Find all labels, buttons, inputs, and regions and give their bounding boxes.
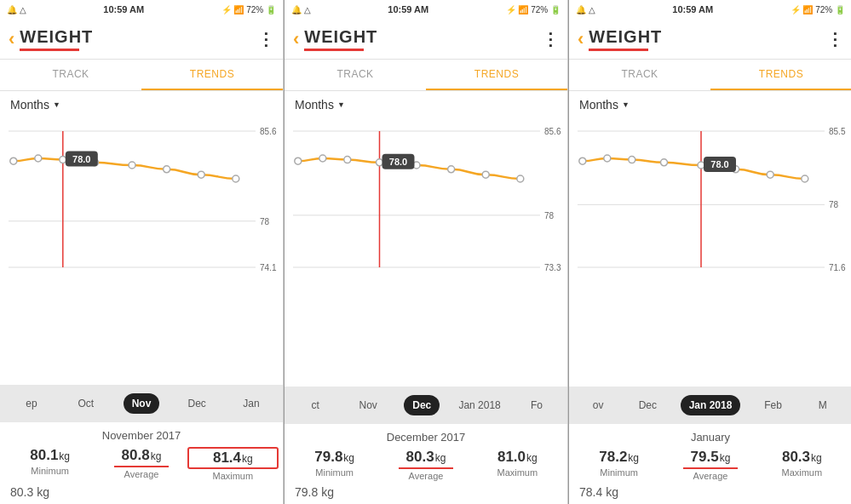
stat-label-2: Maximum — [472, 467, 563, 478]
stat-value-1: 80.8 — [122, 447, 150, 464]
app-title: WEIGHT — [304, 27, 377, 46]
svg-text:85.6: 85.6 — [544, 127, 561, 136]
svg-point-27 — [319, 155, 326, 162]
svg-point-50 — [767, 171, 773, 178]
tab-trends[interactable]: TRENDS — [710, 60, 851, 90]
status-right: ⚡ 📶 72% 🔋 — [221, 5, 276, 14]
svg-point-46 — [629, 157, 635, 163]
bottom-value: 79.8 kg — [285, 481, 567, 501]
stats-section: December 201779.8 kgMinimum80.3 kgAverag… — [285, 424, 567, 504]
status-right: ⚡ 📶 72% 🔋 — [791, 5, 845, 14]
stat-label-1: Average — [95, 469, 187, 479]
svg-point-33 — [517, 175, 524, 182]
svg-text:78: 78 — [829, 200, 839, 209]
phone-panel-1: 🔔 △ 10:59 AM ⚡ 📶 72% 🔋 ‹ WEIGHT ⋮ TRACKT… — [0, 0, 284, 504]
tab-trends[interactable]: TRENDS — [141, 60, 283, 90]
month-label-4[interactable]: Fo — [520, 399, 554, 411]
month-label-2[interactable]: Dec — [404, 395, 440, 415]
app-title: WEIGHT — [20, 27, 93, 46]
month-label-1[interactable]: Oct — [69, 398, 103, 410]
app-title-container: WEIGHT — [20, 27, 257, 51]
stats-section: November 201780.1 kgMinimum80.8 kgAverag… — [0, 422, 283, 504]
status-time: 10:59 AM — [672, 4, 713, 14]
stats-month-title: November 2017 — [0, 429, 283, 442]
svg-point-31 — [448, 166, 455, 173]
svg-point-51 — [802, 175, 808, 182]
app-header: ‹ WEIGHT ⋮ — [0, 19, 283, 60]
stats-month-title: December 2017 — [285, 431, 567, 444]
svg-rect-0 — [0, 118, 283, 284]
stats-section: January78.2 kgMinimum79.5 kgAverage80.3 … — [569, 424, 851, 504]
weight-chart: 85.57871.678.0 — [569, 118, 851, 284]
svg-point-47 — [661, 159, 668, 166]
stat-label-0: Minimum — [4, 466, 95, 476]
month-label-1[interactable]: Dec — [630, 399, 664, 411]
svg-point-26 — [295, 158, 302, 164]
filter-row: Months — [569, 91, 851, 118]
month-label-0[interactable]: ct — [298, 399, 332, 411]
tab-bar: TRACKTRENDS — [569, 60, 851, 91]
more-menu-icon[interactable]: ⋮ — [542, 29, 559, 49]
tab-track[interactable]: TRACK — [569, 60, 710, 90]
month-label-2[interactable]: Jan 2018 — [681, 395, 741, 415]
stats-row: 78.2 kgMinimum79.5 kgAverage80.3 kgMaxim… — [569, 449, 851, 481]
chart-area: 85.57871.678.0 — [569, 118, 851, 387]
svg-text:78: 78 — [260, 217, 270, 226]
month-label-3[interactable]: Dec — [180, 398, 214, 410]
app-header: ‹ WEIGHT ⋮ — [569, 19, 851, 60]
stat-value-0: 80.1 — [30, 447, 58, 464]
back-button[interactable]: ‹ — [578, 28, 584, 50]
stat-label-0: Minimum — [573, 467, 664, 478]
svg-rect-18 — [285, 118, 567, 284]
more-menu-icon[interactable]: ⋮ — [826, 29, 843, 49]
stat-item-2: 81.0 kgMaximum — [472, 449, 563, 478]
weight-chart: 85.67874.178.0 — [0, 118, 283, 284]
tab-track[interactable]: TRACK — [0, 60, 141, 90]
status-time: 10:59 AM — [103, 4, 144, 14]
month-label-0[interactable]: ov — [581, 399, 615, 411]
tab-trends[interactable]: TRENDS — [426, 60, 567, 90]
phone-panel-2: 🔔 △ 10:59 AM ⚡ 📶 72% 🔋 ‹ WEIGHT ⋮ TRACKT… — [285, 0, 568, 504]
filter-dropdown[interactable]: Months — [579, 98, 630, 112]
month-label-4[interactable]: M — [806, 399, 840, 411]
status-time: 10:59 AM — [388, 4, 428, 14]
svg-point-29 — [377, 159, 383, 166]
svg-text:78.0: 78.0 — [72, 154, 90, 164]
month-label-1[interactable]: Nov — [351, 399, 385, 411]
month-label-2[interactable]: Nov — [124, 393, 160, 414]
filter-row: Months — [0, 91, 283, 118]
back-button[interactable]: ‹ — [9, 28, 14, 50]
month-label-3[interactable]: Jan 2018 — [458, 399, 500, 411]
stat-value-1: 80.3 — [406, 449, 434, 466]
status-bar: 🔔 △ 10:59 AM ⚡ 📶 72% 🔋 — [0, 0, 283, 19]
chart-area: 85.67873.378.0 — [285, 118, 567, 387]
svg-point-14 — [198, 171, 204, 178]
filter-dropdown[interactable]: Months — [10, 98, 60, 112]
stat-label-0: Minimum — [289, 467, 380, 478]
filter-dropdown[interactable]: Months — [295, 98, 345, 112]
month-label-0[interactable]: ep — [14, 398, 49, 410]
stat-label-1: Average — [380, 471, 471, 481]
bottom-value: 78.4 kg — [569, 481, 851, 501]
svg-text:85.5: 85.5 — [829, 127, 846, 136]
back-button[interactable]: ‹ — [293, 28, 299, 50]
svg-point-9 — [35, 155, 42, 162]
app-title: WEIGHT — [589, 27, 662, 46]
stat-value-2: 80.3 — [782, 449, 810, 466]
svg-text:71.6: 71.6 — [829, 263, 846, 272]
more-menu-icon[interactable]: ⋮ — [257, 29, 274, 49]
tab-track[interactable]: TRACK — [285, 60, 426, 90]
svg-point-13 — [164, 166, 170, 173]
svg-rect-36 — [569, 118, 851, 284]
month-label-3[interactable]: Feb — [756, 399, 791, 411]
stat-underline-1 — [114, 466, 169, 467]
stat-item-1: 79.5 kgAverage — [664, 449, 756, 481]
tab-bar: TRACKTRENDS — [0, 60, 283, 91]
month-label-4[interactable]: Jan — [234, 398, 268, 410]
stat-item-2: 80.3 kgMaximum — [756, 449, 848, 478]
svg-text:73.3: 73.3 — [544, 263, 561, 272]
month-axis: ovDecJan 2018FebM — [569, 387, 851, 424]
month-axis: ctNovDecJan 2018Fo — [285, 387, 567, 424]
status-bar: 🔔 △ 10:59 AM ⚡ 📶 72% 🔋 — [285, 0, 567, 19]
status-right: ⚡ 📶 72% 🔋 — [506, 5, 561, 14]
